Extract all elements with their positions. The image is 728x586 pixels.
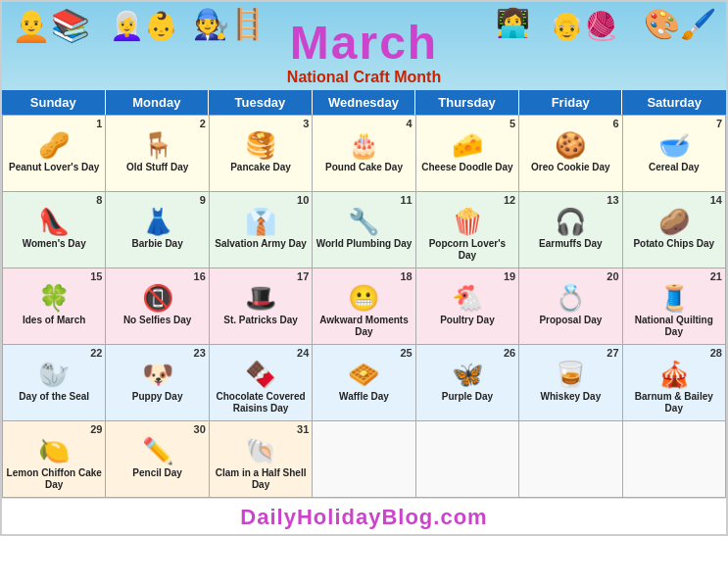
cell-icon: 🥣 xyxy=(658,131,690,160)
cell-label: Puppy Day xyxy=(132,391,183,403)
cell-icon: 🪑 xyxy=(142,131,173,160)
cell-day-number: 14 xyxy=(710,194,722,207)
cell-icon: 🎧 xyxy=(555,208,586,236)
cell-label: Women's Day xyxy=(23,238,86,250)
cell-label: Pancake Day xyxy=(230,162,291,173)
cell-day-number: 31 xyxy=(297,423,309,436)
cell-day-30: 30✏️Pencil Day xyxy=(106,421,209,498)
cell-day-number: 4 xyxy=(407,118,413,130)
footer-text: DailyHolidayBlog.com xyxy=(2,505,726,530)
cartoon-right-3: 👩‍💻 xyxy=(496,7,530,39)
cell-icon: 🍋 xyxy=(38,437,70,465)
cartoon-left-2: 👩‍🦳👶 xyxy=(110,10,178,42)
cell-label: Whiskey Day xyxy=(541,391,602,403)
cell-day-23: 23🐶Puppy Day xyxy=(106,345,209,421)
cell-day-27: 27🥃Whiskey Day xyxy=(519,345,622,421)
cell-icon: 🍫 xyxy=(245,361,276,389)
cell-icon: 🦋 xyxy=(452,361,483,389)
cell-icon: 🥜 xyxy=(38,131,70,160)
calendar-wrapper: 🧑‍🦲📚 👩‍🦳👶 🧑‍🔧🪜 🎨🖌️ 👴🧶 👩‍💻 March National… xyxy=(0,0,728,536)
cell-day-number: 15 xyxy=(90,270,102,283)
cell-label: Cereal Day xyxy=(649,162,700,173)
day-header-sunday: Sunday xyxy=(2,90,106,115)
cell-label: Poultry Day xyxy=(440,315,495,326)
cell-icon: 🍀 xyxy=(38,284,70,313)
cell-day-3: 3🥞Pancake Day xyxy=(210,116,313,192)
cell-day-number: 2 xyxy=(200,118,206,130)
cell-icon: 👗 xyxy=(142,208,173,236)
cell-label: Lemon Chiffon Cake Day xyxy=(6,467,102,491)
cell-icon: 🎪 xyxy=(658,361,690,389)
day-header-friday: Friday xyxy=(519,90,623,115)
day-header-saturday: Saturday xyxy=(622,90,726,115)
cell-icon: 💍 xyxy=(555,284,586,313)
cell-day-number: 18 xyxy=(400,270,412,283)
cell-icon: 🎩 xyxy=(245,284,276,313)
cell-day-number: 16 xyxy=(194,270,206,283)
cell-label: National Quilting Day xyxy=(626,315,722,338)
cell-label: St. Patricks Day xyxy=(223,315,298,326)
calendar-grid: 1🥜Peanut Lover's Day2🪑Old Stuff Day3🥞Pan… xyxy=(2,115,726,498)
cell-label: Potato Chips Day xyxy=(633,238,714,250)
cell-label: Waffle Day xyxy=(339,391,389,403)
cell-label: Salvation Army Day xyxy=(215,238,307,250)
cell-empty xyxy=(623,421,726,498)
cell-day-number: 30 xyxy=(194,423,206,436)
cell-label: Day of the Seal xyxy=(19,391,89,403)
cell-label: Old Stuff Day xyxy=(126,162,188,173)
cell-empty xyxy=(313,421,415,498)
cell-icon: 🧵 xyxy=(658,284,690,313)
cell-day-2: 2🪑Old Stuff Day xyxy=(106,116,209,192)
cell-day-10: 10👔Salvation Army Day xyxy=(210,192,313,269)
cell-icon: 🧀 xyxy=(452,131,483,160)
cell-icon: 🐚 xyxy=(245,437,276,465)
cell-label: Proposal Day xyxy=(539,315,602,326)
cell-label: Barbie Day xyxy=(132,238,183,250)
cell-day-number: 11 xyxy=(400,194,412,207)
cell-day-number: 26 xyxy=(504,347,515,360)
day-header-tuesday: Tuesday xyxy=(209,90,313,115)
cell-label: No Selfies Day xyxy=(123,315,191,326)
cell-day-25: 25🧇Waffle Day xyxy=(313,345,415,421)
day-headers-row: SundayMondayTuesdayWednesdayThursdayFrid… xyxy=(2,90,726,115)
cell-day-number: 13 xyxy=(607,194,618,207)
cartoon-right-1: 🎨🖌️ xyxy=(644,7,716,41)
cell-icon: 🐔 xyxy=(452,284,483,313)
cell-label: Chocolate Covered Raisins Day xyxy=(213,391,309,415)
cell-day-31: 31🐚Clam in a Half Shell Day xyxy=(210,421,313,498)
cell-icon: 👔 xyxy=(245,208,276,236)
cell-day-12: 12🍿Popcorn Lover's Day xyxy=(416,192,519,269)
cell-day-19: 19🐔Poultry Day xyxy=(416,269,519,345)
cell-label: Awkward Moments Day xyxy=(315,315,412,338)
cell-day-number: 10 xyxy=(297,194,309,207)
cell-day-13: 13🎧Earmuffs Day xyxy=(519,192,622,269)
cell-icon: ✏️ xyxy=(142,437,173,465)
cartoon-right-2: 👴🧶 xyxy=(550,10,618,42)
cell-day-number: 20 xyxy=(607,270,618,283)
cell-label: Popcorn Lover's Day xyxy=(419,238,515,262)
cell-day-number: 28 xyxy=(710,347,722,360)
cell-day-number: 27 xyxy=(607,347,618,360)
cell-icon: 👠 xyxy=(38,208,70,236)
cell-label: World Plumbing Day xyxy=(316,238,413,250)
cell-day-22: 22🦭Day of the Seal xyxy=(3,345,106,421)
cell-day-14: 14🥔Potato Chips Day xyxy=(623,192,726,269)
cell-empty xyxy=(519,421,622,498)
cell-day-15: 15🍀Ides of March xyxy=(3,269,106,345)
cell-day-18: 18😬Awkward Moments Day xyxy=(313,269,415,345)
cell-label: Oreo Cookie Day xyxy=(531,162,610,173)
cell-icon: 🥞 xyxy=(245,131,276,160)
cell-day-1: 1🥜Peanut Lover's Day xyxy=(3,116,106,192)
cell-day-number: 7 xyxy=(716,118,722,130)
cell-day-21: 21🧵National Quilting Day xyxy=(623,269,726,345)
cell-empty xyxy=(416,421,519,498)
cell-icon: 🥃 xyxy=(555,361,586,389)
cell-icon: 🥔 xyxy=(658,208,690,236)
cell-day-26: 26🦋Purple Day xyxy=(416,345,519,421)
cell-label: Peanut Lover's Day xyxy=(9,162,99,173)
cell-day-number: 1 xyxy=(96,118,102,130)
cell-day-number: 29 xyxy=(90,423,102,436)
cell-day-29: 29🍋Lemon Chiffon Cake Day xyxy=(3,421,106,498)
cell-label: Clam in a Half Shell Day xyxy=(213,467,309,491)
cartoon-left-1: 🧑‍🦲📚 xyxy=(12,7,90,44)
